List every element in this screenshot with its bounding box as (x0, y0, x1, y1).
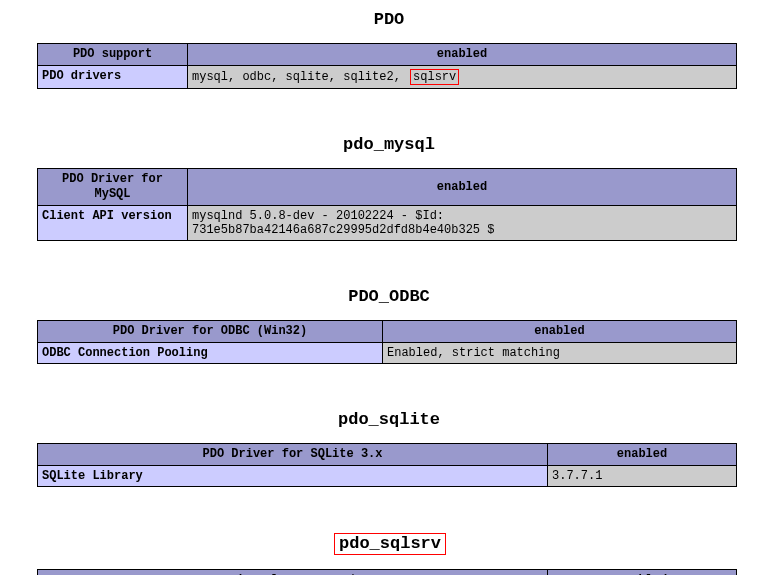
pdo-row-value: mysql, odbc, sqlite, sqlite2, sqlsrv (188, 66, 737, 89)
pdo-sqlsrv-header-col1: pdo_sqlsrv support (38, 570, 548, 575)
pdo-sqlsrv-header-col2: enabled (548, 570, 737, 575)
pdo-sqlite-header-col2: enabled (548, 444, 737, 466)
pdo-header-col2: enabled (188, 44, 737, 66)
pdo-table: PDO support enabled PDO drivers mysql, o… (37, 43, 737, 89)
pdo-odbc-table: PDO Driver for ODBC (Win32) enabled ODBC… (37, 320, 737, 364)
pdo-row-label: PDO drivers (38, 66, 188, 89)
pdo-mysql-row-label: Client API version (38, 206, 188, 241)
pdo-header-col1: PDO support (38, 44, 188, 66)
pdo-sqlite-row-label: SQLite Library (38, 466, 548, 487)
pdo-sqlite-header-col1: PDO Driver for SQLite 3.x (38, 444, 548, 466)
pdo-odbc-row-value: Enabled, strict matching (383, 343, 737, 364)
pdo-mysql-row-value: mysqlnd 5.0.8-dev - 20102224 - $Id: 731e… (188, 206, 737, 241)
section-title-pdo-mysql: pdo_mysql (0, 135, 778, 154)
pdo-sqlite-row-value: 3.7.7.1 (548, 466, 737, 487)
pdo-mysql-header-col1: PDO Driver for MySQL (38, 169, 188, 206)
pdo-sqlsrv-table: pdo_sqlsrv support enabled (37, 569, 737, 575)
pdo-drivers-prefix: mysql, odbc, sqlite, sqlite2, (192, 70, 408, 84)
pdo-odbc-header-col2: enabled (383, 321, 737, 343)
pdo-mysql-table: PDO Driver for MySQL enabled Client API … (37, 168, 737, 241)
pdo-sqlite-table: PDO Driver for SQLite 3.x enabled SQLite… (37, 443, 737, 487)
section-title-pdo-sqlsrv: pdo_sqlsrv (0, 533, 778, 555)
section-title-pdo-sqlite: pdo_sqlite (0, 410, 778, 429)
pdo-driver-highlight: sqlsrv (410, 69, 459, 85)
section-title-pdo-odbc: PDO_ODBC (0, 287, 778, 306)
pdo-mysql-header-col2: enabled (188, 169, 737, 206)
pdo-odbc-header-col1: PDO Driver for ODBC (Win32) (38, 321, 383, 343)
section-title-pdo: PDO (0, 10, 778, 29)
pdo-odbc-row-label: ODBC Connection Pooling (38, 343, 383, 364)
pdo-sqlsrv-title-highlight: pdo_sqlsrv (334, 533, 446, 555)
